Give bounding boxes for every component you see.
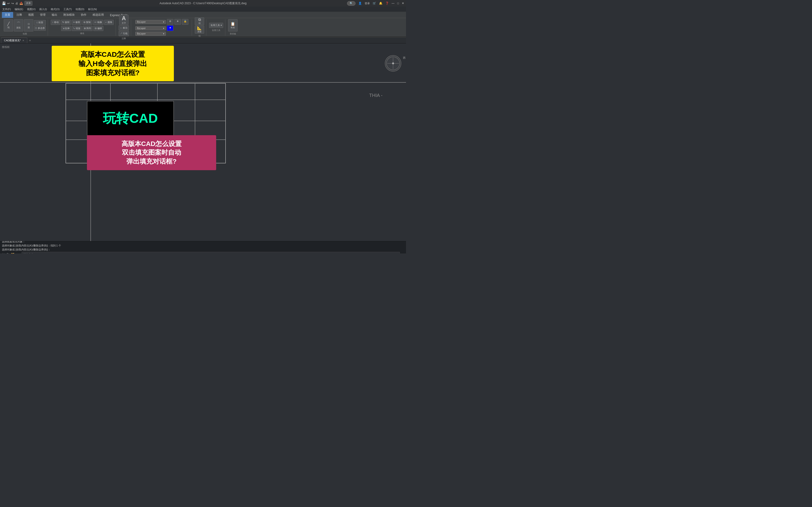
- quick-access-toolbar: 💾 ↩ ↪ 🖨 📤 共享: [2, 1, 33, 6]
- play-cad-banner: 玩转CAD: [87, 101, 174, 136]
- panel-layers: ByLayer ▾ ⚙ ❄ 🔒 ByLayer ▾ ■ ByL: [132, 19, 192, 36]
- coord-system-label: 推线框: [2, 45, 10, 49]
- layer-row2: ByLayer ▾ ■: [135, 25, 189, 31]
- array-btn[interactable]: ⊞ 阵列: [83, 26, 93, 31]
- rotate-btn[interactable]: ↻ 旋转: [61, 20, 71, 25]
- tab-output[interactable]: 输出: [49, 12, 60, 18]
- notification-icon[interactable]: 🔔: [379, 2, 383, 5]
- paste-btn[interactable]: 📋 粘贴: [228, 19, 238, 32]
- tab-home[interactable]: 主页: [2, 12, 13, 18]
- copy-btn[interactable]: ⧉ 复制: [82, 20, 92, 25]
- fillet-btn[interactable]: ⌐ 圆角: [104, 20, 114, 25]
- title-right-area: 🔍 👤 登录 🛒 🔔 ❓ — □ ✕: [347, 1, 404, 6]
- layer-settings-btn[interactable]: ⚙: [167, 19, 173, 25]
- tab-annotation[interactable]: 注释: [14, 12, 25, 18]
- menu-dimension[interactable]: 标注(N): [87, 7, 98, 11]
- close-button[interactable]: ✕: [402, 2, 404, 5]
- layer-row3: ByLayer ▾: [135, 32, 189, 36]
- search-box[interactable]: 🔍: [347, 1, 355, 6]
- menu-insert[interactable]: 插入(I): [38, 7, 48, 11]
- ribbon: 💾 ↩ ↪ 🖨 📤 共享 Autodesk AutoCAD 2023 - C:\…: [0, 0, 406, 37]
- arc-btn[interactable]: ⌒ 圆弧: [14, 19, 23, 32]
- undo-icon[interactable]: ↩: [7, 2, 10, 5]
- doc-tab-main[interactable]: CAD图案填充* ✕: [1, 38, 27, 43]
- yellow-banner: 高版本CAD怎么设置 输入H命令后直接弹出 图案填充对话框?: [52, 46, 174, 81]
- tab-view[interactable]: 视图: [26, 12, 37, 18]
- menu-view[interactable]: 视图(V): [26, 7, 37, 11]
- cmd-settings-btn[interactable]: ⚙: [6, 252, 9, 253]
- window-title: Autodesk AutoCAD 2023 - C:\Users\T490\De…: [159, 1, 247, 5]
- doc-tab-add[interactable]: +: [27, 38, 33, 43]
- panel-annotation: A 文字 ← 标注 ↗ 引线 注释: [117, 19, 131, 36]
- tab-addons[interactable]: 附加模块: [61, 12, 78, 18]
- panel-draw: ╱ 线 ⌒ 圆弧 ○ 圆 □ 矩形 ⬡ 多边形 绘图: [2, 19, 48, 36]
- ribbon-panels: ╱ 线 ⌒ 圆弧 ○ 圆 □ 矩形 ⬡ 多边形 绘图: [0, 18, 406, 37]
- doc-tab-close[interactable]: ✕: [22, 39, 24, 42]
- polygon-btn[interactable]: ⬡ 多边形: [34, 25, 46, 31]
- groups-panel-label: 组: [199, 35, 201, 38]
- utilities-btn[interactable]: 实用工具 ▾: [209, 23, 223, 28]
- publish-icon[interactable]: 📤: [19, 2, 23, 5]
- draw-panel-label: 绘图: [23, 33, 27, 36]
- color-btn[interactable]: ■: [167, 25, 173, 31]
- line-btn[interactable]: ╱ 线: [4, 19, 13, 32]
- share-button[interactable]: 共享: [24, 1, 33, 6]
- layer-dropdown2[interactable]: ByLayer ▾: [135, 26, 166, 30]
- layer-lock-btn[interactable]: 🔒: [182, 19, 189, 25]
- cmd-close-btn[interactable]: ✕: [2, 252, 5, 253]
- cmd-scroll-up[interactable]: ▲: [401, 252, 404, 253]
- minimize-button[interactable]: —: [392, 2, 395, 5]
- dimension-btn[interactable]: ← 标注: [119, 25, 129, 31]
- offset-btn[interactable]: ⊟ 偏移: [93, 26, 103, 31]
- document-tabs: CAD图案填充* ✕ +: [0, 37, 406, 44]
- command-input-field[interactable]: [21, 252, 400, 253]
- menu-draw[interactable]: 绘图(D): [74, 7, 86, 11]
- menu-edit[interactable]: 编辑(E): [13, 7, 25, 11]
- svg-point-3: [392, 62, 394, 64]
- menu-file[interactable]: 文件(F): [1, 7, 12, 11]
- tab-collaborate[interactable]: 协作: [78, 12, 89, 18]
- menu-format[interactable]: 格式(O): [49, 7, 61, 11]
- scale-btn[interactable]: ⤡ 缩放: [72, 26, 82, 31]
- leader-btn[interactable]: ↗ 引线: [119, 31, 129, 36]
- user-icon[interactable]: 👤: [358, 2, 362, 5]
- restore-button[interactable]: □: [397, 2, 399, 5]
- tab-featured[interactable]: 精选应用: [90, 12, 107, 18]
- draw-panel-buttons: ╱ 线 ⌒ 圆弧 ○ 圆 □ 矩形 ⬡ 多边形: [4, 19, 46, 32]
- help-icon[interactable]: ❓: [385, 2, 389, 5]
- menu-tools[interactable]: 工具(T): [62, 7, 73, 11]
- move-btn[interactable]: ↕ 移动: [51, 20, 60, 25]
- circle-btn[interactable]: ○ 圆: [24, 19, 33, 32]
- command-input-row: ✕ ⚙ 📁▾ - ▲: [2, 252, 404, 253]
- redo-icon[interactable]: ↪: [11, 2, 14, 5]
- layer-dropdown3[interactable]: ByLayer ▾: [135, 32, 166, 36]
- pink-banner: 高版本CAD怎么设置 双击填充图案时自动 弹出填充对话框?: [87, 135, 216, 170]
- mirror-btn[interactable]: ⇔ 镜像: [93, 20, 103, 25]
- rect-btn[interactable]: □ 矩形: [34, 20, 46, 25]
- tab-manage[interactable]: 管理: [37, 12, 48, 18]
- annotation-panel-label: 注释: [122, 37, 126, 40]
- stretch-btn[interactable]: ⇲ 拉伸: [61, 26, 71, 31]
- trim-btn[interactable]: ✂ 修剪: [72, 20, 82, 25]
- modify-panel-buttons2: ⇲ 拉伸 ⤡ 缩放 ⊞ 阵列 ⊟ 偏移: [61, 26, 103, 31]
- save-icon[interactable]: 💾: [2, 1, 6, 5]
- cad-drawing: 玩转CAD 高版本CAD怎么设置 双击填充图案时自动 弹出填充对话框?: [63, 81, 228, 175]
- pink-banner-text: 高版本CAD怎么设置 双击填充图案时自动 弹出填充对话框?: [93, 139, 210, 166]
- ribbon-tabs: 主页 注释 视图 管理 输出 附加模块 协作 精选应用 Express Tool…: [0, 12, 406, 18]
- cart-icon[interactable]: 🛒: [373, 2, 376, 5]
- login-button[interactable]: 登录: [365, 2, 370, 5]
- panel-clipboard: 📋 粘贴 剪切板: [226, 19, 240, 36]
- text-large-btn[interactable]: A 文字: [119, 15, 129, 25]
- group-btn[interactable]: ⧉ 组: [195, 17, 204, 25]
- play-cad-text: 玩转CAD: [103, 110, 158, 127]
- cmd-folder-btn[interactable]: 📁▾: [11, 252, 16, 253]
- layer-freeze-btn[interactable]: ❄: [174, 19, 181, 25]
- title-bar: 💾 ↩ ↪ 🖨 📤 共享 Autodesk AutoCAD 2023 - C:\…: [0, 0, 406, 7]
- compass-west-label: 西: [403, 56, 406, 60]
- layer-dropdown1[interactable]: ByLayer ▾: [135, 20, 166, 24]
- print-icon[interactable]: 🖨: [15, 2, 18, 5]
- panel-modify: ↕ 移动 ↻ 旋转 ✂ 修剪 ⧉ 复制 ⇔ 镜像 ⌐ 圆角 ⇲ 拉伸 ⤡ 缩放 …: [49, 19, 116, 36]
- yellow-banner-text: 高版本CAD怎么设置 输入H命令后直接弹出 图案填充对话框?: [57, 50, 168, 77]
- measure-btn[interactable]: 📐 测量: [195, 25, 204, 34]
- canvas-area[interactable]: 推线框 西 玩: [0, 44, 406, 241]
